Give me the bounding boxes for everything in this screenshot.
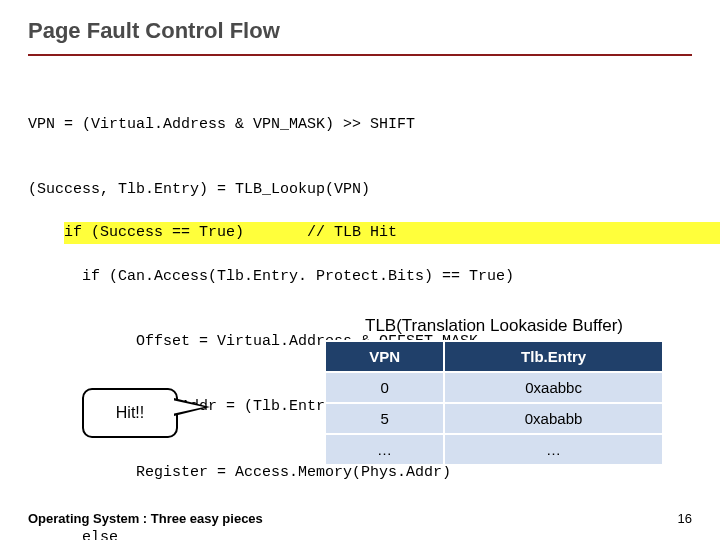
- code-line: if (Can.Access(Tlb.Entry. Protect.Bits) …: [28, 266, 692, 288]
- callout-text: Hit!!: [116, 404, 144, 422]
- table-cell: 5: [325, 403, 444, 434]
- code-line: (Success, Tlb.Entry) = TLB_Lookup(VPN): [28, 179, 692, 201]
- code-line: VPN = (Virtual.Address & VPN_MASK) >> SH…: [28, 114, 692, 136]
- page-number: 16: [678, 511, 692, 526]
- hit-callout: Hit!!: [82, 388, 178, 438]
- tlb-table-wrap: TLB(Translation Lookaside Buffer) VPN Tl…: [324, 316, 664, 466]
- tlb-table: VPN Tlb.Entry 0 0xaabbc 5 0xababb … …: [324, 340, 664, 466]
- table-cell: 0xaabbc: [444, 372, 663, 403]
- tlb-table-caption: TLB(Translation Lookaside Buffer): [324, 316, 664, 336]
- table-cell: 0: [325, 372, 444, 403]
- footer-text: Operating System : Three easy pieces: [28, 511, 263, 526]
- table-row: … …: [325, 434, 663, 465]
- code-line: else: [28, 527, 692, 540]
- callout-tail-fill: [172, 400, 204, 414]
- table-cell: …: [325, 434, 444, 465]
- table-header-row: VPN Tlb.Entry: [325, 341, 663, 372]
- title-rule: [28, 54, 692, 56]
- table-header: Tlb.Entry: [444, 341, 663, 372]
- code-line-highlight: if (Success == True) // TLB Hit: [64, 222, 720, 244]
- table-row: 5 0xababb: [325, 403, 663, 434]
- slide-title: Page Fault Control Flow: [28, 18, 692, 44]
- table-cell: …: [444, 434, 663, 465]
- table-header: VPN: [325, 341, 444, 372]
- table-row: 0 0xaabbc: [325, 372, 663, 403]
- slide: Page Fault Control Flow VPN = (Virtual.A…: [0, 0, 720, 540]
- code-block: VPN = (Virtual.Address & VPN_MASK) >> SH…: [28, 70, 692, 540]
- table-cell: 0xababb: [444, 403, 663, 434]
